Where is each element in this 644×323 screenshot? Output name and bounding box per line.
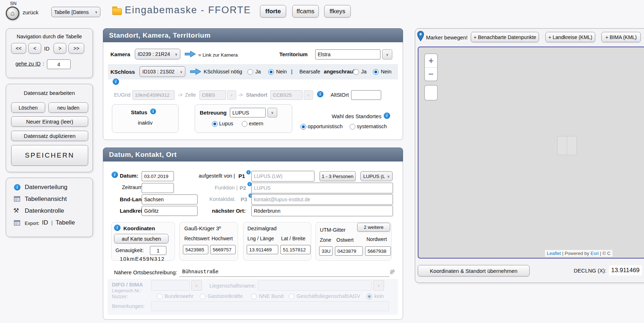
bima-kml-button[interactable]: + BIMA (KML) <box>601 32 641 42</box>
link-arrow-icon[interactable] <box>190 68 202 76</box>
link-arrow-icon[interactable] <box>184 50 196 58</box>
utm-zone-input[interactable] <box>319 246 333 256</box>
systematisch-radio[interactable] <box>350 124 355 130</box>
link-datenkontrolle[interactable]: Datenkontrolle <box>25 207 64 214</box>
info-icon[interactable]: i <box>246 170 251 174</box>
bearsafe-ja-radio[interactable] <box>353 69 359 75</box>
reload-button[interactable]: neu laden <box>48 102 88 113</box>
nutzer-gaststreitkraefte-radio <box>200 294 205 299</box>
bearsafe-nein-radio[interactable] <box>373 69 379 75</box>
rechtswert-input[interactable] <box>183 245 208 254</box>
p3-input[interactable] <box>251 194 393 205</box>
tab-fforte[interactable]: fforte <box>260 5 286 18</box>
record-box: Datensatz bearbeiten Löschen neu laden N… <box>6 84 93 172</box>
landkreise-kml-button[interactable]: + Landkreise (KML) <box>545 32 595 42</box>
bemerkungen-input <box>151 301 389 311</box>
nutzer-label: Nutzer: <box>112 294 128 299</box>
liegenschaftsname-input <box>258 280 372 291</box>
leaflet-link[interactable]: Leaflet <box>547 251 561 256</box>
betreuung-lupus-radio[interactable] <box>212 121 218 127</box>
info-icon[interactable]: i <box>112 172 118 178</box>
kamera-link-hint: = Link zur Kamera <box>198 52 238 58</box>
hochwert-input[interactable] <box>210 245 236 254</box>
datum-label: Datum: <box>120 173 138 179</box>
esri-link[interactable]: Esri <box>591 251 598 256</box>
info-icon[interactable]: i <box>113 78 119 85</box>
goto-id-link[interactable]: gehe zu ID <box>15 61 41 67</box>
info-icon[interactable]: i <box>150 109 156 114</box>
betreuung-input[interactable] <box>230 108 266 117</box>
delete-button[interactable]: Löschen <box>11 102 45 113</box>
status-label: Status <box>131 109 147 115</box>
tab-ffcams[interactable]: ffcams <box>292 5 319 18</box>
nav-last-button[interactable]: >> <box>68 43 84 54</box>
koordinaten-uebernehmen-button[interactable]: Koordinaten & Standort übernehmen <box>418 265 530 276</box>
info-icon[interactable]: i <box>384 112 390 119</box>
marker-pin-icon <box>417 31 424 42</box>
datum-input[interactable] <box>142 171 174 181</box>
utm-nordwert-input[interactable] <box>365 246 391 256</box>
territorium-dropdown-button[interactable]: ∨ <box>382 49 392 59</box>
difo-bima-label: DIFO / BIMA <box>112 281 143 288</box>
utm-more-button[interactable]: 2 weitere <box>357 223 390 232</box>
ortsbeschreibung-textarea[interactable]: Bühnaustraße <box>179 267 389 277</box>
zeitraum-input[interactable] <box>142 183 174 193</box>
export-table-link[interactable]: Tabelle <box>56 219 75 226</box>
new-entry-button[interactable]: Neuer Eintrag (leer) <box>11 116 88 127</box>
zoom-out-button[interactable]: − <box>425 68 437 81</box>
folder-icon <box>112 8 122 15</box>
nav-next-button[interactable]: > <box>53 43 66 54</box>
personen-button[interactable]: 1 - 3 Personen <box>319 171 356 181</box>
link-tabellenansicht[interactable]: Tabellenansicht <box>25 196 67 203</box>
karte-suchen-button[interactable]: auf Karte suchen <box>114 234 169 244</box>
attribution-separator: | <box>562 251 563 256</box>
export-id-link[interactable]: ID <box>42 219 48 226</box>
opportunistisch-radio[interactable] <box>300 124 306 130</box>
altstort-input[interactable] <box>351 90 381 100</box>
p1-input[interactable] <box>251 171 314 182</box>
info-icon[interactable]: i <box>317 91 323 97</box>
info-icon[interactable]: i <box>114 225 120 231</box>
nutzer-bundeswehr-radio <box>157 294 162 299</box>
genauigkeit-input[interactable] <box>150 246 166 255</box>
save-button[interactable]: SPEICHERN <box>11 145 88 166</box>
p2-input[interactable] <box>251 183 393 193</box>
kamera-select[interactable]: ID239 : 21R24 ∨ <box>135 49 180 59</box>
kschloss-select[interactable]: ID103 : 21S02 ∨ <box>139 66 185 77</box>
goto-id-input[interactable] <box>47 59 71 69</box>
liegensch-nr-input <box>151 280 190 291</box>
copyright-text: © C <box>602 251 611 256</box>
p1-select[interactable]: LUPUS (LW ∨ <box>360 171 393 181</box>
naechster-ort-input[interactable] <box>251 206 393 216</box>
nav-prev-button[interactable]: < <box>28 43 41 54</box>
chevron-down-icon: ∨ <box>377 284 380 288</box>
back-link[interactable]: zurück <box>23 9 38 15</box>
tab-ffkeys[interactable]: ffkeys <box>324 5 351 18</box>
bndland-input[interactable] <box>142 194 198 204</box>
kschluessel-nein-radio[interactable] <box>268 69 274 75</box>
datenpunkte-button[interactable]: + Benachbarte Datenpunkte <box>471 32 539 42</box>
nav-first-button[interactable]: << <box>11 43 26 54</box>
home-button[interactable]: SN ⌂ <box>5 1 22 21</box>
chevron-down-icon: ∨ <box>230 93 233 97</box>
eugrid-input <box>132 90 175 100</box>
resize-grip-icon[interactable] <box>390 270 395 274</box>
table-select[interactable]: Tabelle [Datens ∨ <box>51 7 100 17</box>
map-canvas[interactable]: + − Leaflet | Powered by Esri | © C <box>418 47 644 259</box>
landkreis-input[interactable] <box>142 206 198 216</box>
kontaktdat-label: Kontaktdat. <box>209 196 236 202</box>
kschluessel-ja-radio[interactable] <box>247 69 253 75</box>
lng-input[interactable] <box>247 245 278 254</box>
arrow-text: -> <box>238 92 243 98</box>
betreuung-dropdown-button[interactable]: ∨ <box>267 108 277 117</box>
zoom-control: + − <box>424 53 438 81</box>
territorium-input[interactable] <box>315 49 380 59</box>
zoom-in-button[interactable]: + <box>425 54 437 68</box>
utm-ostwert-input[interactable] <box>335 246 363 256</box>
layers-button[interactable] <box>424 85 438 101</box>
duplicate-button[interactable]: Datensatz duplizieren <box>11 131 88 141</box>
lat-input[interactable] <box>280 245 311 254</box>
link-datenverteilung[interactable]: Datenverteilung <box>25 184 67 191</box>
bemerkungen-label: Bemerkungen: <box>112 303 145 309</box>
betreuung-extern-radio[interactable] <box>242 121 247 127</box>
